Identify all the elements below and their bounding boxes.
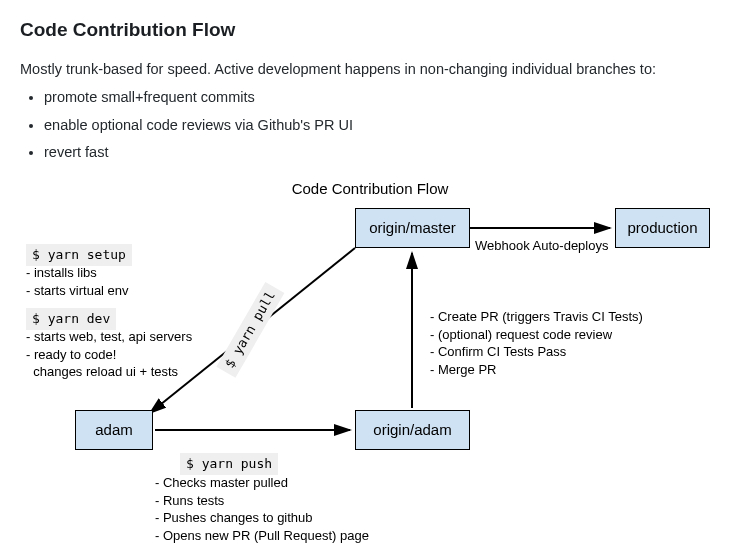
page-title: Code Contribution Flow [20, 16, 718, 45]
list-item: revert fast [44, 142, 718, 164]
flow-diagram: Code Contribution Flow origin/master pro… [20, 178, 720, 538]
notes-push: - Checks master pulled - Runs tests - Pu… [155, 474, 369, 544]
intro-text: Mostly trunk-based for speed. Active dev… [20, 59, 718, 81]
cmd-yarn-push: $ yarn push [180, 453, 278, 475]
label-deploy: Webhook Auto-deploys [475, 236, 608, 256]
node-origin-master: origin/master [355, 208, 470, 248]
notes-pr: - Create PR (triggers Travis CI Tests) -… [430, 308, 643, 378]
list-item: enable optional code reviews via Github'… [44, 115, 718, 137]
notes-setup: - installs libs - starts virtual env [26, 264, 129, 299]
goals-list: promote small+frequent commits enable op… [44, 87, 718, 164]
node-adam: adam [75, 410, 153, 450]
node-production: production [615, 208, 710, 248]
cmd-yarn-dev: $ yarn dev [26, 308, 116, 330]
node-origin-adam: origin/adam [355, 410, 470, 450]
cmd-yarn-setup: $ yarn setup [26, 244, 132, 266]
notes-dev: - starts web, test, api servers - ready … [26, 328, 192, 381]
list-item: promote small+frequent commits [44, 87, 718, 109]
